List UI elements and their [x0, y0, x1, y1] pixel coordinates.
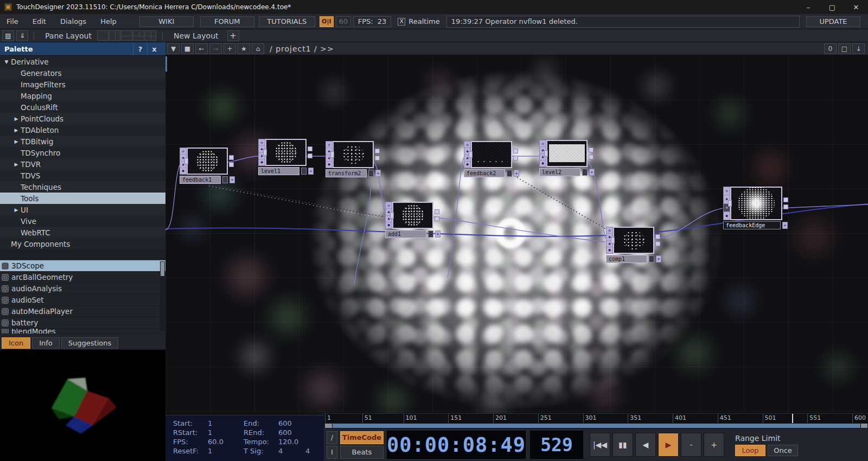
- layout-three-button[interactable]: [133, 30, 144, 41]
- loop-button[interactable]: Loop: [735, 445, 765, 456]
- wiki-button[interactable]: WIKI: [139, 16, 194, 27]
- output-connector[interactable]: [375, 156, 380, 161]
- node-add-box[interactable]: +: [308, 168, 314, 175]
- input-connector[interactable]: [263, 149, 267, 156]
- node-name[interactable]: comp1: [606, 255, 647, 263]
- node-viewer[interactable]: [187, 148, 228, 175]
- stop-icon[interactable]: ■: [181, 43, 194, 54]
- node-add1[interactable]: ◎◆▲● add1+: [385, 202, 441, 238]
- palette-close-button[interactable]: x: [147, 43, 161, 55]
- pause-button[interactable]: ▮▮: [612, 433, 633, 457]
- tree-item-tools[interactable]: Tools: [0, 193, 165, 204]
- output-connector[interactable]: [589, 148, 593, 152]
- node-comment-box[interactable]: [368, 170, 374, 177]
- node-comment-box[interactable]: [582, 169, 588, 176]
- output-connector[interactable]: [589, 155, 593, 159]
- tree-item-imagefilters[interactable]: ImageFilters: [0, 79, 165, 90]
- node-transform2[interactable]: ◎◆▲● transform2+: [326, 141, 381, 177]
- node-comment-box[interactable]: [649, 255, 654, 262]
- tree-item-techniques[interactable]: Techniques: [0, 181, 165, 193]
- play-reverse-button[interactable]: ◀: [635, 433, 656, 457]
- once-button[interactable]: Once: [768, 445, 798, 456]
- tree-item-oculusrift[interactable]: OculusRift: [0, 101, 165, 113]
- palette-help-button[interactable]: ?: [133, 43, 147, 55]
- expand-icon[interactable]: ▶: [13, 162, 20, 167]
- output-connector[interactable]: [655, 241, 660, 246]
- tree-item-tdvr[interactable]: ▶TDVR: [0, 158, 165, 170]
- network-canvas[interactable]: ◎◆▲● feedback1+ ◎◆▲● level1+ ◎◆▲● transf…: [165, 55, 868, 417]
- node-add-box[interactable]: +: [589, 169, 595, 176]
- input-connector[interactable]: [330, 151, 334, 158]
- node-feedback1[interactable]: ◎◆▲● feedback1+: [180, 148, 235, 184]
- home-icon[interactable]: ⌂: [252, 43, 264, 54]
- maximize-viewer-icon[interactable]: □: [838, 43, 851, 54]
- node-add-box[interactable]: +: [514, 170, 519, 177]
- menu-file[interactable]: File: [0, 15, 25, 28]
- back-arrow-icon[interactable]: ←: [195, 43, 208, 54]
- new-layout-add-button[interactable]: +: [227, 30, 239, 41]
- timeline-slash-button[interactable]: /: [327, 431, 337, 444]
- node-add-box[interactable]: +: [229, 176, 235, 183]
- node-name[interactable]: feedback1: [180, 176, 221, 184]
- tab-suggestions[interactable]: Suggestions: [61, 337, 118, 349]
- node-viewer[interactable]: [730, 187, 782, 220]
- tempo-value[interactable]: 120.0: [278, 438, 305, 446]
- update-button[interactable]: UPDATE: [806, 16, 860, 27]
- layout-four-button[interactable]: [145, 30, 156, 41]
- node-name[interactable]: feedback2: [464, 169, 505, 177]
- input-connector[interactable]: [390, 212, 394, 219]
- list-item-automediaplayer[interactable]: autoMediaPlayer: [0, 306, 165, 317]
- output-connector[interactable]: [783, 197, 788, 202]
- list-item-battery[interactable]: battery: [0, 317, 165, 329]
- node-comment-box[interactable]: [428, 230, 433, 238]
- output-connector[interactable]: [308, 146, 312, 151]
- node-name[interactable]: feedbackEdge: [723, 221, 781, 229]
- expand-icon[interactable]: ▼: [3, 59, 10, 65]
- end-value[interactable]: 600: [278, 419, 305, 427]
- add-operator-icon[interactable]: +: [224, 43, 236, 54]
- tsig-numerator[interactable]: 4: [278, 447, 305, 455]
- tree-item-my-components[interactable]: My Components: [0, 238, 165, 249]
- rstart-value[interactable]: 1: [208, 428, 244, 437]
- pane-menu-icon[interactable]: ▼: [167, 43, 180, 54]
- output-connector[interactable]: [655, 234, 660, 239]
- node-name[interactable]: level2: [539, 168, 580, 176]
- resetf-value[interactable]: 1: [208, 447, 244, 455]
- step-forward-button[interactable]: +: [704, 433, 724, 457]
- target-fps-value[interactable]: 60: [336, 16, 351, 27]
- output-connector[interactable]: [375, 149, 380, 153]
- node-viewer[interactable]: [471, 141, 512, 168]
- node-viewer[interactable]: [333, 141, 374, 168]
- output-connector[interactable]: [229, 155, 234, 160]
- tab-icon[interactable]: Icon: [2, 337, 30, 349]
- node-viewer[interactable]: [613, 227, 654, 254]
- forum-button[interactable]: FORUM: [200, 16, 254, 27]
- node-comment-box[interactable]: [222, 176, 228, 183]
- input-connector[interactable]: [184, 158, 188, 164]
- node-name[interactable]: transform2: [326, 169, 367, 177]
- node-comp1[interactable]: ◎◆▲● comp1+: [606, 227, 661, 263]
- node-viewer[interactable]: [546, 140, 588, 167]
- expand-icon[interactable]: ▶: [13, 139, 20, 144]
- node-level1[interactable]: ◎◆▲● level1+: [258, 139, 314, 175]
- timeline-i-button[interactable]: I: [327, 446, 337, 459]
- close-button[interactable]: ✕: [844, 0, 868, 14]
- node-comment-box[interactable]: [301, 168, 307, 175]
- tree-item-vive[interactable]: Vive: [0, 215, 165, 227]
- input-connector[interactable]: [469, 151, 473, 158]
- collapse-pane-icon[interactable]: ↓: [852, 43, 865, 54]
- bookmark-star-icon[interactable]: ★: [238, 43, 250, 54]
- node-viewer[interactable]: [265, 139, 307, 166]
- input-connector[interactable]: [728, 200, 732, 207]
- tree-item-mapping[interactable]: Mapping: [0, 90, 165, 101]
- start-value[interactable]: 1: [208, 419, 244, 427]
- layout-split-v-button[interactable]: [109, 30, 120, 41]
- tree-item-derivative[interactable]: ▼Derivative: [0, 56, 165, 67]
- maximize-button[interactable]: ▢: [820, 0, 844, 14]
- node-add-box[interactable]: +: [656, 255, 661, 262]
- tree-item-webrtc[interactable]: WebRTC: [0, 227, 165, 238]
- node-feedbackedge[interactable]: ◎◆×● feedbackEdge+: [723, 187, 788, 229]
- tree-item-tdsynchro[interactable]: TDSynchro: [0, 147, 165, 158]
- node-add-box[interactable]: +: [782, 222, 788, 229]
- frame-display[interactable]: 529: [530, 431, 583, 459]
